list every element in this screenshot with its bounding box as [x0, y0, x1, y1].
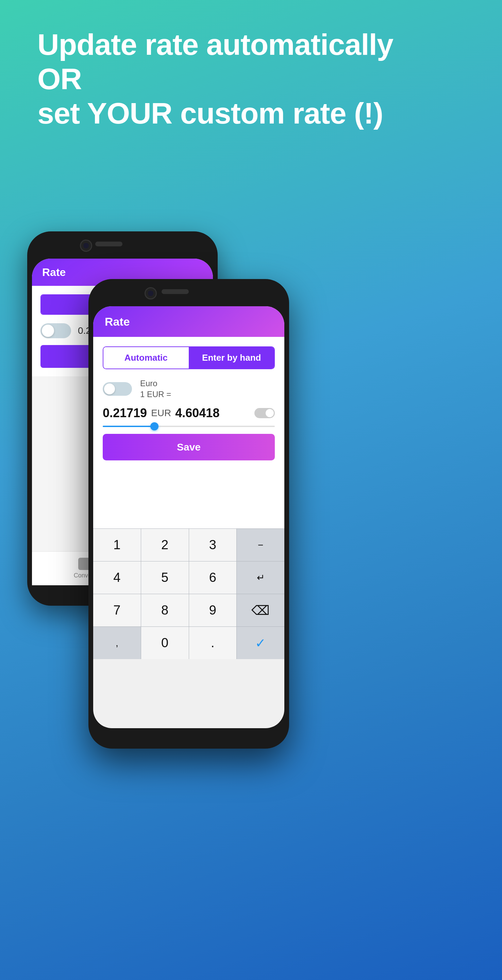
rate-number-left: 0.21719: [103, 406, 147, 420]
phone-front-tab-hand[interactable]: Enter by hand: [189, 347, 275, 369]
phone-front-header: Rate: [93, 306, 284, 337]
headline: Update rate automatically OR set YOUR cu…: [37, 27, 465, 130]
slider-fill: [103, 426, 154, 427]
key-comma[interactable]: ,: [93, 627, 141, 659]
numeric-keyboard: 1 2 3 − 4 5 6 ↵ 7 8 9 ⌫ , 0 . ✓: [93, 528, 284, 659]
exchange-row: 0.21719 EUR 4.60418: [103, 406, 275, 420]
key-backspace[interactable]: ⌫: [237, 594, 284, 627]
currency-code: EUR: [151, 408, 171, 418]
key-8[interactable]: 8: [141, 594, 189, 627]
key-minus[interactable]: −: [237, 529, 284, 561]
key-0[interactable]: 0: [141, 627, 189, 659]
phone-front-title: Rate: [105, 315, 130, 328]
phone-back-camera: [80, 240, 92, 252]
phone-front-tab-auto[interactable]: Automatic: [103, 347, 189, 369]
slider-row[interactable]: [103, 426, 275, 427]
slider-track: [103, 426, 275, 427]
key-5[interactable]: 5: [141, 562, 189, 594]
phone-front-euro-info: Euro 1 EUR =: [140, 379, 275, 399]
key-9[interactable]: 9: [189, 594, 237, 627]
headline-line3: set YOUR custom rate (!): [37, 96, 383, 130]
empty-space: [93, 460, 284, 528]
phone-front-camera: [145, 287, 157, 299]
phone-front-rate-row: Euro 1 EUR =: [103, 379, 275, 399]
key-2[interactable]: 2: [141, 529, 189, 561]
phone-front-speaker: [162, 289, 189, 294]
key-3[interactable]: 3: [189, 529, 237, 561]
keyboard-row-4: , 0 . ✓: [93, 627, 284, 659]
phone-front-body: Automatic Enter by hand Euro 1 EUR = 0.2…: [93, 337, 284, 460]
phone-front-screen: Rate Automatic Enter by hand Euro 1 EUR …: [93, 306, 284, 728]
slider-thumb[interactable]: [150, 422, 159, 430]
rate-number-right: 4.60418: [175, 406, 250, 420]
eur-equals: 1 EUR =: [140, 390, 275, 399]
euro-label: Euro: [140, 379, 275, 388]
keyboard-row-2: 4 5 6 ↵: [93, 561, 284, 594]
phone-front-tabs: Automatic Enter by hand: [103, 347, 275, 369]
key-4[interactable]: 4: [93, 562, 141, 594]
headline-line1: Update rate automatically: [37, 27, 393, 61]
key-enter[interactable]: ↵: [237, 562, 284, 594]
key-done[interactable]: ✓: [237, 627, 284, 659]
key-1[interactable]: 1: [93, 529, 141, 561]
phone-back-title: Rate: [42, 266, 66, 279]
phone-back-speaker: [95, 242, 122, 247]
keyboard-row-3: 7 8 9 ⌫: [93, 594, 284, 627]
phone-front-toggle[interactable]: [103, 382, 132, 396]
headline-line2: OR: [37, 62, 82, 95]
key-6[interactable]: 6: [189, 562, 237, 594]
phone-front: Rate Automatic Enter by hand Euro 1 EUR …: [89, 279, 289, 749]
key-7[interactable]: 7: [93, 594, 141, 627]
rate-toggle-small[interactable]: [254, 408, 275, 418]
key-dot[interactable]: .: [189, 627, 237, 659]
phone-front-save-button[interactable]: Save: [103, 434, 275, 460]
keyboard-row-1: 1 2 3 −: [93, 528, 284, 561]
phone-back-toggle[interactable]: [40, 323, 71, 338]
